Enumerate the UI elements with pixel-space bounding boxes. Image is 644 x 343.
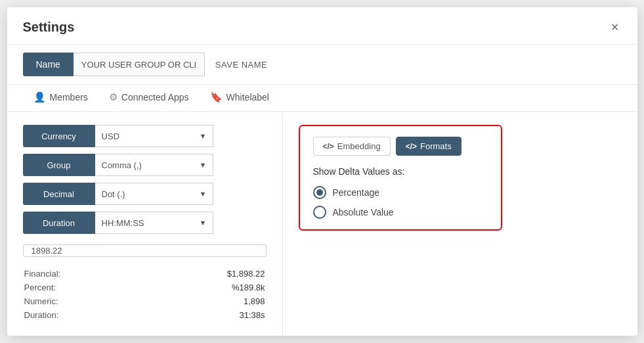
- preview-table: Financial: $1,898.22 Percent: %189.8k Nu…: [23, 266, 267, 323]
- content-area: Currency USD ▼ Group Comma (,) ▼: [7, 112, 637, 336]
- tab-connected-apps-label: Connected Apps: [121, 92, 189, 103]
- modal-header: Settings ×: [7, 7, 637, 45]
- decimal-select-wrapper: Dot (.) ▼: [95, 183, 213, 205]
- absolute-radio-label: Absolute Value: [333, 207, 394, 217]
- whitelabel-icon: 🔖: [210, 91, 223, 103]
- group-select-wrapper: Comma (,) ▼: [95, 154, 213, 176]
- tab-formats[interactable]: </> Formats: [396, 137, 462, 156]
- financial-value: $1,898.22: [142, 267, 265, 280]
- table-row: Financial: $1,898.22: [24, 267, 265, 280]
- table-row: Duration: 31:38s: [24, 309, 265, 321]
- duration-preview-value: 31:38s: [142, 309, 265, 321]
- financial-label: Financial:: [24, 267, 142, 280]
- name-label: Name: [23, 53, 74, 76]
- duration-field-row: Duration HH:MM:SS ▼: [23, 212, 267, 234]
- group-select[interactable]: Comma (,): [95, 154, 213, 176]
- formats-code-icon: </>: [406, 142, 417, 151]
- nav-tabs-row: 👤 Members ⚙ Connected Apps 🔖 Whitelabel: [7, 85, 637, 112]
- absolute-radio-button[interactable]: [313, 206, 326, 219]
- duration-preview-label: Duration:: [24, 309, 142, 321]
- tab-embedding-label: Embedding: [337, 141, 381, 151]
- right-panel: </> Embedding </> Formats Show Delta Val…: [283, 112, 637, 336]
- connected-apps-icon: ⚙: [109, 91, 118, 103]
- embedding-code-icon: </>: [323, 142, 334, 151]
- currency-label: Currency: [23, 125, 95, 147]
- delta-values-title: Show Delta Values as:: [313, 166, 488, 177]
- absolute-radio-row[interactable]: Absolute Value: [313, 206, 488, 219]
- percentage-radio-button[interactable]: [313, 186, 326, 199]
- right-tab-row: </> Embedding </> Formats: [313, 137, 488, 156]
- tab-formats-label: Formats: [420, 141, 452, 151]
- table-row: Numeric: 1,898: [24, 295, 265, 308]
- numeric-label: Numeric:: [24, 295, 142, 308]
- percent-value: %189.8k: [142, 281, 265, 294]
- save-name-button[interactable]: SAVE NAME: [215, 60, 267, 70]
- group-label: Group: [23, 154, 95, 176]
- percentage-radio-row[interactable]: Percentage: [313, 186, 488, 199]
- close-button[interactable]: ×: [609, 18, 622, 36]
- members-icon: 👤: [33, 91, 46, 103]
- percentage-radio-label: Percentage: [333, 187, 380, 198]
- currency-select-wrapper: USD ▼: [95, 125, 213, 147]
- tab-members[interactable]: 👤 Members: [23, 85, 98, 111]
- modal-title: Settings: [23, 20, 75, 35]
- currency-select[interactable]: USD: [95, 125, 213, 147]
- numeric-value: 1,898: [142, 295, 265, 308]
- currency-field-row: Currency USD ▼: [23, 125, 267, 147]
- percent-label: Percent:: [24, 281, 142, 294]
- tab-whitelabel-label: Whitelabel: [226, 92, 269, 103]
- formats-highlight-box: </> Embedding </> Formats Show Delta Val…: [299, 125, 502, 231]
- left-panel: Currency USD ▼ Group Comma (,) ▼: [7, 112, 283, 336]
- decimal-label: Decimal: [23, 183, 95, 205]
- tab-connected-apps[interactable]: ⚙ Connected Apps: [98, 85, 200, 111]
- tab-members-label: Members: [50, 92, 88, 103]
- delta-radio-group: Percentage Absolute Value: [313, 186, 488, 219]
- decimal-select[interactable]: Dot (.): [95, 183, 213, 205]
- preview-input[interactable]: [23, 244, 267, 257]
- duration-select[interactable]: HH:MM:SS: [95, 212, 213, 234]
- group-field-row: Group Comma (,) ▼: [23, 154, 267, 176]
- name-row: Name SAVE NAME: [7, 45, 637, 85]
- table-row: Percent: %189.8k: [24, 281, 265, 294]
- duration-select-wrapper: HH:MM:SS ▼: [95, 212, 213, 234]
- tab-embedding[interactable]: </> Embedding: [313, 137, 391, 156]
- name-input[interactable]: [74, 53, 205, 76]
- decimal-field-row: Decimal Dot (.) ▼: [23, 183, 267, 205]
- duration-label: Duration: [23, 212, 95, 234]
- settings-modal: Settings × Name SAVE NAME 👤 Members ⚙ Co…: [7, 7, 637, 336]
- tab-whitelabel[interactable]: 🔖 Whitelabel: [200, 85, 280, 111]
